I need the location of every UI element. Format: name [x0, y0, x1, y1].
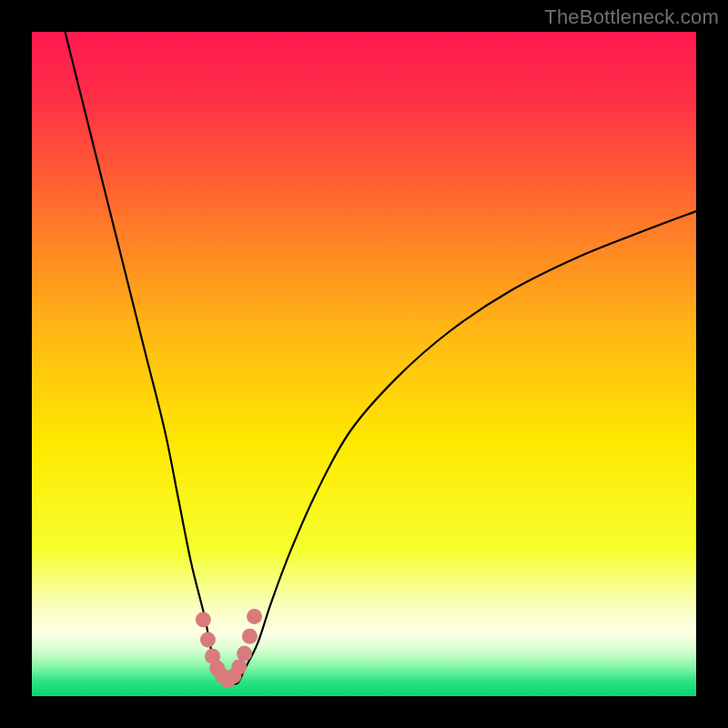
plot-area [32, 32, 696, 696]
marker-dot [231, 659, 247, 674]
bottom-cluster-markers [196, 609, 262, 688]
watermark-text: TheBottleneck.com [544, 5, 719, 29]
curve-layer [32, 32, 696, 696]
bottleneck-curve [66, 32, 697, 684]
marker-dot [237, 646, 252, 662]
marker-dot [242, 629, 258, 644]
marker-dot [200, 632, 216, 647]
marker-dot [196, 612, 211, 628]
chart-frame: TheBottleneck.com [0, 0, 728, 728]
marker-dot [247, 609, 262, 624]
